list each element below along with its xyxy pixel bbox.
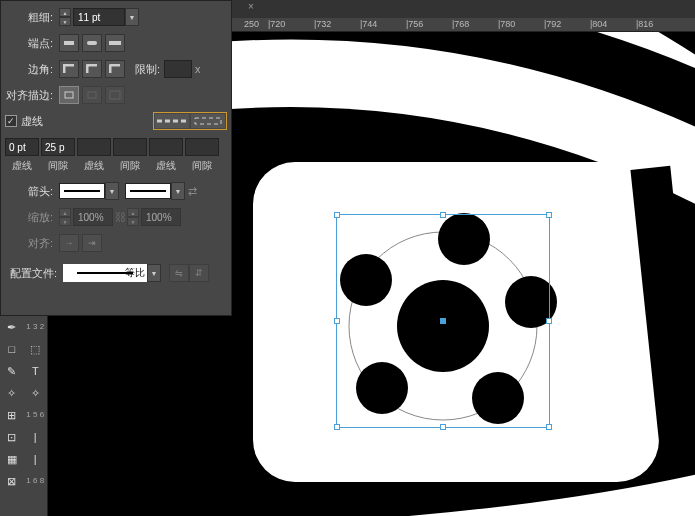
left-toolbar: ✒1 3 2 □⬚ ✎T ✧✧ ⊞1 5 6 ⊡| ▦| ⊠1 6 8	[0, 316, 48, 516]
svg-rect-15	[110, 91, 120, 99]
gap-1-input[interactable]: 25 p	[41, 138, 75, 156]
arrow-end-select[interactable]	[125, 183, 171, 199]
dash-align-button[interactable]	[191, 114, 225, 128]
tool-number: 1 6 8	[24, 470, 48, 492]
handle-center[interactable]	[440, 318, 446, 324]
profile-text: 等比	[125, 266, 145, 280]
tool-line2[interactable]: |	[24, 448, 48, 470]
swap-arrows-icon[interactable]: ⇄	[185, 185, 199, 198]
handle-sw[interactable]	[334, 424, 340, 430]
scale-a-input[interactable]: 100%	[73, 208, 113, 226]
align-center-button[interactable]	[59, 86, 79, 104]
cap-round-button[interactable]	[82, 34, 102, 52]
tool-rounded[interactable]: ⬚	[24, 338, 48, 360]
close-tab-button[interactable]: ×	[246, 2, 256, 12]
profile-label: 配置文件:	[5, 266, 63, 281]
limit-input[interactable]	[164, 60, 192, 78]
arrow-start-dd[interactable]: ▼	[105, 182, 119, 200]
flip-horizontal-icon[interactable]: ⇋	[169, 264, 189, 282]
arrow-label: 箭头:	[5, 184, 59, 199]
tool-number: 1 5 6	[24, 404, 48, 426]
ruler-tick: |804	[590, 19, 607, 29]
tool-text[interactable]: T	[24, 360, 48, 382]
scale-b-input[interactable]: 100%	[141, 208, 181, 226]
tool-shaper-a[interactable]: ✧	[0, 382, 24, 404]
handle-nw[interactable]	[334, 212, 340, 218]
gap-3-input[interactable]	[185, 138, 219, 156]
handle-e[interactable]	[546, 318, 552, 324]
weight-label: 粗细:	[5, 10, 59, 25]
tool-pen[interactable]: ✒	[0, 316, 24, 338]
align-outside-button[interactable]	[105, 86, 125, 104]
tool-image[interactable]: ⊠	[0, 470, 24, 492]
limit-x: x	[195, 63, 201, 75]
svg-rect-17	[195, 118, 221, 124]
ruler-tick: |780	[498, 19, 515, 29]
tool-graph[interactable]: ▦	[0, 448, 24, 470]
gap-2-input[interactable]	[113, 138, 147, 156]
ruler-tick: 250	[244, 19, 259, 29]
arrow-align-a-button[interactable]: →	[59, 234, 79, 252]
ruler-tick: |816	[636, 19, 653, 29]
handle-se[interactable]	[546, 424, 552, 430]
scale-label: 缩放:	[5, 210, 59, 225]
arrow-end-dd[interactable]: ▼	[171, 182, 185, 200]
ruler-tick: |768	[452, 19, 469, 29]
link-scale-icon[interactable]: ⛓	[113, 211, 127, 223]
tool-rect[interactable]: □	[0, 338, 24, 360]
scale-b-stepper[interactable]: ▲▼	[127, 208, 139, 226]
ruler-tick: |756	[406, 19, 423, 29]
tool-shaper-b[interactable]: ✧	[24, 382, 48, 404]
dash-sublabel: 虚线	[149, 159, 183, 173]
handle-s[interactable]	[440, 424, 446, 430]
selection-bounding-box[interactable]	[336, 214, 550, 428]
tool-grid[interactable]: ⊞	[0, 404, 24, 426]
dash-3-input[interactable]	[149, 138, 183, 156]
dash-sublabel: 间隙	[41, 159, 75, 173]
tool-line[interactable]: |	[24, 426, 48, 448]
align-stroke-label: 对齐描边:	[5, 88, 59, 103]
handle-n[interactable]	[440, 212, 446, 218]
align-inside-button[interactable]	[82, 86, 102, 104]
weight-input[interactable]: 11 pt	[73, 8, 125, 26]
ruler-tick: |744	[360, 19, 377, 29]
handle-ne[interactable]	[546, 212, 552, 218]
dash-sublabel: 间隙	[185, 159, 219, 173]
arrow-align-b-button[interactable]: ⇥	[82, 234, 102, 252]
ruler-tick: |792	[544, 19, 561, 29]
weight-stepper[interactable]: ▲▼	[59, 8, 71, 26]
dash-align-toggle[interactable]	[153, 112, 227, 130]
dashed-label: 虚线	[21, 114, 43, 129]
profile-select[interactable]: 等比	[63, 264, 147, 282]
flip-vertical-icon[interactable]: ⇵	[189, 264, 209, 282]
dash-2-input[interactable]	[77, 138, 111, 156]
dash-sublabel: 虚线	[77, 159, 111, 173]
scale-a-stepper[interactable]: ▲▼	[59, 208, 71, 226]
tool-number: 1 3 2	[24, 316, 48, 338]
corner-label: 边角:	[5, 62, 59, 77]
cap-label: 端点:	[5, 36, 59, 51]
arrow-align-label: 对齐:	[5, 236, 59, 251]
tool-perspective[interactable]: ⊡	[0, 426, 24, 448]
weight-dropdown[interactable]: ▼	[125, 8, 139, 26]
dash-preserve-button[interactable]	[155, 114, 189, 128]
svg-rect-11	[87, 41, 97, 45]
dash-1-input[interactable]: 0 pt	[5, 138, 39, 156]
corner-round-button[interactable]	[82, 60, 102, 78]
tool-pencil[interactable]: ✎	[0, 360, 24, 382]
cap-butt-button[interactable]	[59, 34, 79, 52]
ruler-tick: |732	[314, 19, 331, 29]
stroke-panel: 粗细: ▲▼ 11 pt ▼ 端点: 边角: 限制: x 对齐描边:	[0, 0, 232, 316]
dashed-checkbox[interactable]: ✓	[5, 115, 17, 127]
handle-w[interactable]	[334, 318, 340, 324]
corner-miter-button[interactable]	[59, 60, 79, 78]
corner-bevel-button[interactable]	[105, 60, 125, 78]
svg-rect-13	[65, 92, 73, 98]
cap-square-button[interactable]	[105, 34, 125, 52]
ruler-tick: |720	[268, 19, 285, 29]
profile-dd[interactable]: ▼	[147, 264, 161, 282]
dash-sublabel: 间隙	[113, 159, 147, 173]
arrow-start-select[interactable]	[59, 183, 105, 199]
svg-rect-10	[64, 41, 74, 45]
svg-rect-14	[88, 92, 96, 98]
